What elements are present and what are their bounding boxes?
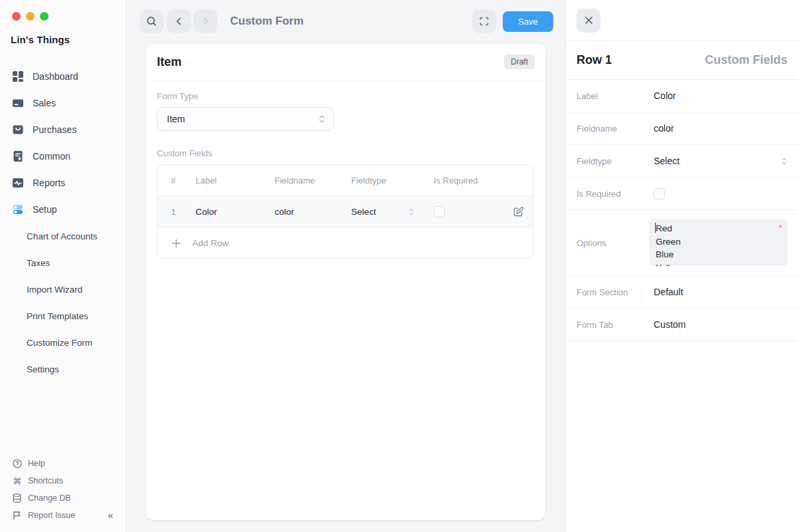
required-asterisk: * bbox=[779, 222, 782, 235]
fieldname-input[interactable]: color bbox=[654, 123, 674, 134]
plus-icon bbox=[171, 238, 182, 249]
fieldtype-select[interactable]: Select bbox=[654, 156, 680, 166]
detail-panel-toolbar bbox=[566, 0, 798, 41]
window-zoom-button[interactable] bbox=[40, 12, 49, 21]
workspace-title: Lin's Things bbox=[0, 21, 126, 45]
expand-button[interactable] bbox=[472, 9, 496, 33]
sidebar-collapse-button[interactable]: « bbox=[108, 510, 112, 521]
row-title: Row 1 bbox=[577, 53, 612, 67]
chevron-updown-icon bbox=[408, 207, 414, 216]
form-card: Item Draft Form Type Item Custom Fields … bbox=[146, 44, 545, 520]
setup-icon bbox=[12, 203, 24, 215]
status-badge: Draft bbox=[504, 55, 535, 69]
detail-row-fieldname: Fieldname color bbox=[566, 112, 798, 145]
text-caret bbox=[655, 223, 656, 233]
detail-row-form-tab: Form Tab Custom bbox=[566, 309, 798, 341]
sales-icon bbox=[12, 97, 24, 109]
change-db-link[interactable]: Change DB bbox=[12, 489, 126, 507]
custom-fields-label: Custom Fields bbox=[157, 148, 535, 158]
form-tab-input[interactable]: Custom bbox=[654, 319, 686, 330]
sidebar-item-sales[interactable]: Sales bbox=[0, 90, 126, 116]
edit-pencil-icon bbox=[513, 206, 524, 217]
chevron-left-icon bbox=[174, 17, 184, 26]
add-row-button[interactable]: Add Row bbox=[158, 228, 533, 258]
close-icon bbox=[585, 16, 593, 25]
detail-panel: Row 1 Custom Fields Label Color Fieldnam… bbox=[565, 0, 798, 532]
chevron-updown-icon bbox=[781, 157, 787, 166]
fullscreen-icon bbox=[479, 16, 489, 27]
row-fieldtype-select[interactable]: Select bbox=[340, 207, 423, 217]
app-window: Lin's Things Dashboard Sales Purchases bbox=[0, 0, 798, 532]
form-section-input[interactable]: Default bbox=[654, 287, 683, 297]
purchases-icon bbox=[12, 124, 24, 136]
sidebar-item-chart-of-accounts[interactable]: Chart of Accounts bbox=[0, 223, 126, 249]
form-type-select[interactable]: Item bbox=[157, 107, 334, 131]
help-link[interactable]: Help bbox=[12, 455, 126, 472]
custom-fields-table: # Label Fieldname Fieldtype Is Required … bbox=[157, 164, 533, 259]
page-title: Custom Form bbox=[230, 15, 304, 28]
table-row[interactable]: 1 Color color Select bbox=[158, 196, 533, 228]
dashboard-icon bbox=[12, 70, 24, 82]
form-card-header: Item Draft bbox=[146, 44, 545, 80]
command-icon: ⌘ bbox=[12, 476, 22, 486]
detail-row-label: Label Color bbox=[566, 80, 798, 112]
detail-row-fieldtype: Fieldtype Select bbox=[566, 145, 798, 178]
sidebar-item-customize-form[interactable]: Customize Form bbox=[0, 329, 126, 356]
sidebar-item-reports[interactable]: Reports bbox=[0, 170, 126, 196]
is-required-checkbox[interactable] bbox=[654, 188, 665, 200]
sidebar-item-common[interactable]: Common bbox=[0, 143, 126, 170]
flag-icon bbox=[12, 511, 22, 521]
table-header-row: # Label Fieldname Fieldtype Is Required bbox=[158, 165, 533, 196]
search-button[interactable] bbox=[140, 9, 164, 33]
sidebar-item-taxes[interactable]: Taxes bbox=[0, 249, 126, 276]
sidebar-item-setup[interactable]: Setup bbox=[0, 196, 126, 223]
save-button[interactable]: Save bbox=[503, 11, 553, 32]
shortcuts-link[interactable]: ⌘ Shortcuts bbox=[12, 472, 126, 489]
detail-panel-header: Row 1 Custom Fields bbox=[566, 41, 798, 80]
sidebar: Lin's Things Dashboard Sales Purchases bbox=[0, 0, 126, 532]
window-minimize-button[interactable] bbox=[26, 12, 35, 21]
window-controls bbox=[0, 0, 126, 21]
forward-button[interactable] bbox=[194, 9, 217, 33]
database-icon bbox=[12, 493, 22, 503]
main-toolbar: Custom Form Save bbox=[126, 0, 565, 43]
help-icon bbox=[12, 459, 22, 469]
row-fieldname-cell[interactable]: color bbox=[264, 207, 340, 217]
detail-row-is-required: Is Required bbox=[566, 178, 798, 210]
search-icon bbox=[146, 16, 157, 27]
sidebar-item-dashboard[interactable]: Dashboard bbox=[0, 63, 126, 90]
label-input[interactable]: Color bbox=[654, 90, 676, 101]
row-edit-button[interactable] bbox=[513, 206, 524, 217]
main-area: Custom Form Save Item Draft Form Type It… bbox=[126, 0, 565, 532]
chevron-updown-icon bbox=[319, 114, 325, 124]
sidebar-item-settings[interactable]: Settings bbox=[0, 356, 126, 382]
sidebar-nav: Dashboard Sales Purchases Common bbox=[0, 63, 126, 382]
detail-row-options: Options Red Green Blue Yellow * bbox=[566, 210, 798, 276]
options-textarea[interactable]: Red Green Blue Yellow * bbox=[649, 219, 787, 266]
sidebar-item-purchases[interactable]: Purchases bbox=[0, 116, 126, 143]
row-is-required-checkbox[interactable] bbox=[434, 206, 445, 217]
form-type-label: Form Type bbox=[157, 91, 535, 101]
chevron-right-icon bbox=[201, 17, 210, 26]
common-icon bbox=[12, 150, 24, 162]
sidebar-item-print-templates[interactable]: Print Templates bbox=[0, 303, 126, 329]
detail-row-form-section: Form Section Default bbox=[566, 276, 798, 309]
sidebar-footer: Help ⌘ Shortcuts Change DB Report Issue … bbox=[0, 455, 126, 532]
form-title: Item bbox=[157, 55, 182, 69]
back-button[interactable] bbox=[167, 9, 191, 33]
panel-title: Custom Fields bbox=[705, 53, 787, 67]
window-close-button[interactable] bbox=[12, 12, 21, 21]
row-index: 1 bbox=[158, 207, 185, 217]
reports-icon bbox=[12, 177, 24, 189]
report-issue-link[interactable]: Report Issue « bbox=[12, 507, 126, 524]
close-panel-button[interactable] bbox=[577, 9, 600, 33]
sidebar-item-import-wizard[interactable]: Import Wizard bbox=[0, 276, 126, 303]
row-label-cell[interactable]: Color bbox=[185, 207, 264, 217]
